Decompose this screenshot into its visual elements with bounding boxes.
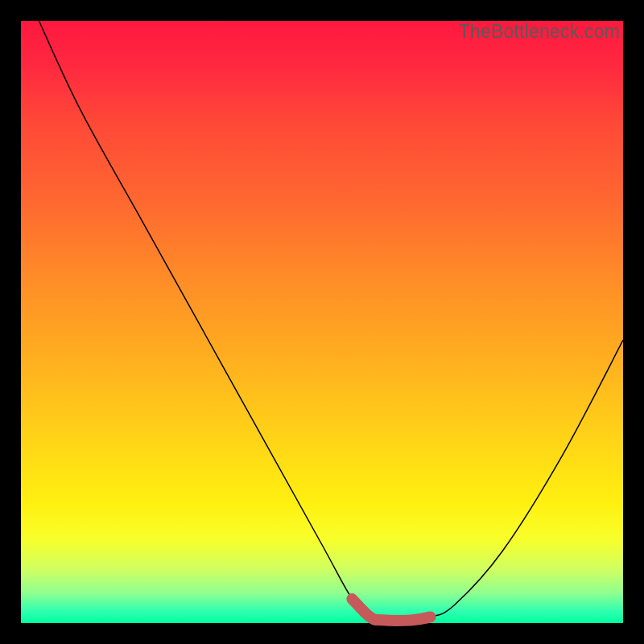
optimal-zone-line [352, 599, 430, 621]
watermark-text: TheBottleneck.com [459, 21, 620, 43]
plot-area: TheBottleneck.com [21, 21, 623, 623]
bottleneck-curve-line [39, 21, 623, 621]
chart-svg [21, 21, 623, 623]
